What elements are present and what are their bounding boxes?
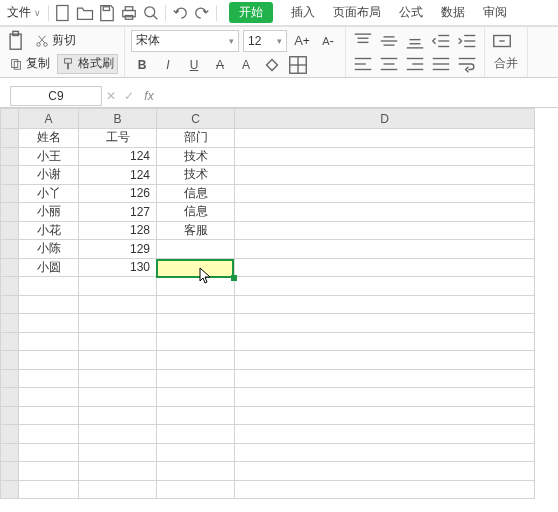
row-header[interactable] (1, 295, 19, 314)
cell[interactable] (157, 314, 235, 333)
cell[interactable] (235, 462, 535, 481)
cell[interactable]: 128 (79, 221, 157, 240)
cell[interactable]: 工号 (79, 129, 157, 148)
cell[interactable] (79, 443, 157, 462)
cell[interactable]: 小丫 (19, 184, 79, 203)
font-size-select[interactable]: 12▾ (243, 30, 287, 52)
tab-data[interactable]: 数据 (441, 4, 465, 21)
indent-inc-icon[interactable] (456, 31, 478, 51)
col-header-A[interactable]: A (19, 109, 79, 129)
cell[interactable] (79, 388, 157, 407)
cell[interactable] (235, 258, 535, 277)
cell[interactable] (235, 351, 535, 370)
align-bottom-icon[interactable] (404, 31, 426, 51)
cell[interactable] (157, 369, 235, 388)
cell[interactable] (157, 240, 235, 259)
print-icon[interactable] (119, 3, 139, 23)
cell[interactable] (19, 443, 79, 462)
tab-review[interactable]: 审阅 (483, 4, 507, 21)
cell[interactable] (19, 462, 79, 481)
row-header[interactable] (1, 332, 19, 351)
cell[interactable]: 130 (79, 258, 157, 277)
cell[interactable] (157, 351, 235, 370)
cell[interactable] (235, 332, 535, 351)
cell[interactable] (79, 295, 157, 314)
cell[interactable] (79, 425, 157, 444)
formula-input[interactable] (160, 86, 558, 106)
cell[interactable]: 小丽 (19, 203, 79, 222)
cell[interactable] (157, 480, 235, 499)
align-right-icon[interactable] (404, 54, 426, 74)
cell[interactable]: 小花 (19, 221, 79, 240)
row-header[interactable] (1, 203, 19, 222)
row-header[interactable] (1, 258, 19, 277)
increase-font-icon[interactable]: A+ (291, 31, 313, 51)
cell[interactable] (157, 277, 235, 296)
italic-button[interactable]: I (157, 55, 179, 75)
cell[interactable]: 124 (79, 147, 157, 166)
row-header[interactable] (1, 314, 19, 333)
bold-button[interactable]: B (131, 55, 153, 75)
cell[interactable] (235, 406, 535, 425)
row-header[interactable] (1, 129, 19, 148)
border-button[interactable] (287, 55, 309, 75)
cell[interactable] (19, 369, 79, 388)
cell[interactable] (235, 277, 535, 296)
cell[interactable] (157, 295, 235, 314)
name-box[interactable]: C9 (10, 86, 102, 106)
align-middle-icon[interactable] (378, 31, 400, 51)
cell[interactable] (19, 295, 79, 314)
row-header[interactable] (1, 369, 19, 388)
cell[interactable]: 部门 (157, 129, 235, 148)
col-header-D[interactable]: D (235, 109, 535, 129)
cell[interactable] (157, 443, 235, 462)
cell[interactable]: 技术 (157, 147, 235, 166)
justify-icon[interactable] (430, 54, 452, 74)
cell[interactable] (157, 406, 235, 425)
cell[interactable] (19, 277, 79, 296)
cell[interactable] (235, 184, 535, 203)
cell[interactable] (235, 147, 535, 166)
cell[interactable] (157, 332, 235, 351)
cell[interactable]: 126 (79, 184, 157, 203)
tab-formula[interactable]: 公式 (399, 4, 423, 21)
cell[interactable]: 小谢 (19, 166, 79, 185)
row-header[interactable] (1, 240, 19, 259)
cell[interactable] (79, 277, 157, 296)
indent-dec-icon[interactable] (430, 31, 452, 51)
copy-button[interactable]: 复制 (6, 54, 53, 74)
fx-icon[interactable]: fx (138, 89, 160, 103)
cell[interactable] (235, 369, 535, 388)
cell[interactable]: 小圆 (19, 258, 79, 277)
fill-color-button[interactable] (261, 55, 283, 75)
cell[interactable] (235, 388, 535, 407)
paste-icon[interactable] (6, 31, 28, 51)
font-color-button[interactable]: A (235, 55, 257, 75)
cell[interactable] (235, 295, 535, 314)
cell[interactable] (19, 425, 79, 444)
row-header[interactable] (1, 277, 19, 296)
cell[interactable]: 技术 (157, 166, 235, 185)
cell[interactable]: 小王 (19, 147, 79, 166)
cell[interactable] (19, 351, 79, 370)
row-header[interactable] (1, 166, 19, 185)
tab-layout[interactable]: 页面布局 (333, 4, 381, 21)
cell[interactable] (157, 258, 235, 277)
col-header-C[interactable]: C (157, 109, 235, 129)
cell[interactable] (235, 480, 535, 499)
cell[interactable] (235, 314, 535, 333)
align-top-icon[interactable] (352, 31, 374, 51)
cell[interactable] (157, 462, 235, 481)
cell[interactable] (235, 443, 535, 462)
row-header[interactable] (1, 388, 19, 407)
cell[interactable] (79, 351, 157, 370)
font-name-select[interactable]: 宋体▾ (131, 30, 239, 52)
row-header[interactable] (1, 147, 19, 166)
align-left-icon[interactable] (352, 54, 374, 74)
cell[interactable] (235, 221, 535, 240)
row-header[interactable] (1, 480, 19, 499)
cell[interactable]: 124 (79, 166, 157, 185)
cell[interactable] (235, 166, 535, 185)
cell[interactable]: 信息 (157, 203, 235, 222)
cell[interactable] (79, 406, 157, 425)
